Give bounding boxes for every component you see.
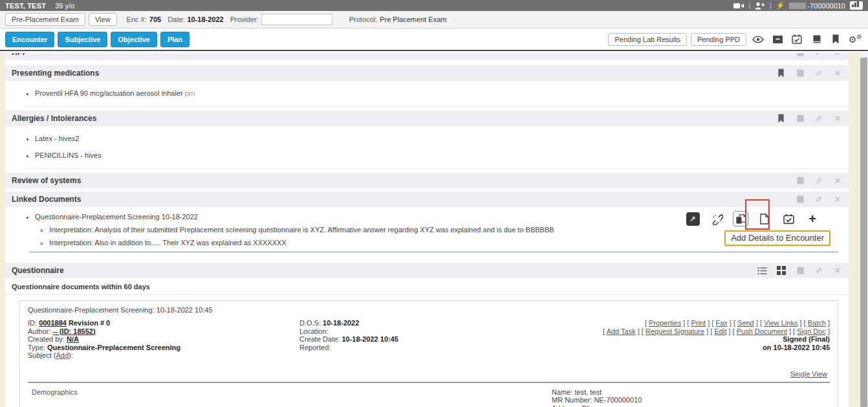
tab-objective[interactable]: Objective	[111, 32, 157, 47]
bookmark-icon[interactable]	[776, 114, 786, 124]
settings-gears-icon[interactable]: ⚙⚙	[847, 32, 863, 47]
provider-input[interactable]	[261, 14, 332, 25]
date-label: Date:	[168, 16, 184, 23]
section-title: Presenting medications	[12, 69, 99, 78]
document-meta-left: ID: 0001884 Revision # 0 Author: -- (ID:…	[28, 319, 299, 360]
add-person-icon[interactable]	[755, 2, 765, 10]
tooltip-add-details: Add Details to Encounter	[724, 230, 830, 246]
patient-age: 39 y/o	[55, 2, 74, 10]
edit-pencil-icon[interactable]: ✎	[814, 53, 823, 58]
calendar-check-icon[interactable]	[781, 211, 796, 226]
batch-link[interactable]: Batch	[808, 319, 826, 327]
pending-lab-results-button[interactable]: Pending Lab Results	[608, 33, 687, 46]
edit-pencil-icon[interactable]: ✎	[814, 114, 823, 124]
grid-view-icon[interactable]	[776, 266, 786, 276]
archive-box-icon[interactable]	[770, 32, 785, 47]
section-title-hpi: HPI	[12, 53, 25, 57]
eye-icon[interactable]	[750, 32, 766, 47]
calendar-check-icon[interactable]	[789, 32, 805, 47]
medication-item: Proventil HFA 90 mcg/actuation aerosol i…	[35, 89, 849, 97]
edit-link[interactable]: Edit	[714, 327, 726, 335]
view-links-link[interactable]: View Links	[764, 319, 797, 327]
demographics-label: Demographics	[32, 388, 78, 407]
demo-mr-number: MR Number: NE-700000010	[552, 396, 830, 404]
created-by-link[interactable]: N/A	[67, 335, 79, 343]
properties-link[interactable]: Properties	[649, 319, 681, 327]
unlink-document-icon[interactable]	[709, 211, 724, 226]
view-button[interactable]: View	[89, 13, 117, 26]
list-view-icon[interactable]	[757, 266, 767, 276]
growth-chart-icon[interactable]	[850, 1, 863, 10]
enc-number-value: 705	[149, 16, 161, 23]
edit-pencil-icon[interactable]: ✎	[814, 176, 823, 186]
remove-section-icon[interactable]: ×	[832, 176, 842, 186]
vertical-scrollbar[interactable]	[860, 52, 868, 407]
section-title: Allergies / Intolerances	[12, 114, 96, 123]
bookmark-icon[interactable]	[776, 69, 786, 78]
subject-add-link[interactable]: Add	[56, 351, 69, 359]
remove-section-icon[interactable]: ×	[832, 195, 842, 204]
questionnaire-document-panel: Questionnaire-Preplacement Screening: 10…	[19, 300, 838, 407]
section-presenting-medications: Presenting medications ✎ × Proventil HFA…	[5, 65, 849, 107]
video-camera-icon[interactable]	[733, 2, 744, 10]
redacted-mrn-prefix	[789, 3, 806, 9]
merge-book-icon[interactable]	[795, 195, 805, 204]
allergy-item: PENICILLINS - hives	[35, 151, 849, 159]
remove-section-icon[interactable]: ×	[832, 69, 842, 78]
allergy-item: Latex - hives2	[35, 135, 849, 142]
demo-name: Name: test, test	[552, 388, 830, 397]
tab-plan[interactable]: Plan	[160, 32, 190, 47]
signed-date: on 10-18-2022 10:45	[603, 344, 830, 352]
section-linked-documents: Linked Documents ✎ × Questionnaire-Prepl…	[5, 192, 849, 252]
fax-link[interactable]: Fax	[715, 319, 727, 327]
merge-book-icon[interactable]	[795, 114, 805, 124]
push-document-link[interactable]: Push Document	[737, 327, 787, 335]
scrollbar-thumb[interactable]	[860, 58, 867, 407]
document-title: Questionnaire-Preplacement Screening: 10…	[28, 306, 830, 314]
patient-header-bar: TEST, TEST 39 y/o | | ⚡ -700000010	[0, 0, 868, 11]
document-meta-middle: D.O.S: 10-18-2022 Location: Create Date:…	[299, 319, 545, 360]
single-view-link[interactable]: Single View	[790, 370, 827, 378]
merge-book-icon[interactable]	[795, 53, 805, 58]
remove-section-icon[interactable]: ×	[832, 266, 842, 276]
section-questionnaire: Questionnaire ✎ × Questionnaire document…	[5, 263, 849, 407]
merge-book-icon[interactable]	[795, 266, 805, 276]
separator: |	[770, 2, 772, 9]
questionnaire-subtitle: Questionnaire documents within 60 days	[5, 278, 849, 295]
lightning-icon[interactable]: ⚡	[776, 1, 785, 10]
progress-note: HPI ✎ × Presenting medications ✎ ×	[5, 52, 849, 407]
medication-frequency: prn	[185, 89, 195, 97]
exam-type-button[interactable]: Pre-Placement Exam	[5, 13, 85, 26]
remove-section-icon[interactable]: ×	[832, 53, 842, 58]
merge-book-icon[interactable]	[795, 176, 805, 186]
request-signature-link[interactable]: Request Signature	[646, 327, 704, 335]
section-review-of-systems: Review of systems ✎ ×	[5, 173, 849, 192]
document-id-link[interactable]: 0001884	[39, 319, 67, 327]
tab-encounter[interactable]: Encounter	[5, 32, 54, 47]
edit-pencil-icon[interactable]: ✎	[814, 69, 823, 78]
pending-ppd-button[interactable]: Pending PPD	[691, 33, 746, 46]
add-task-link[interactable]: Add Task	[607, 327, 636, 335]
protocol-value: Pre Placement Exam	[380, 16, 446, 23]
demographics-block: Demographics Name: test, test MR Number:…	[28, 383, 830, 407]
book-icon[interactable]	[808, 32, 824, 47]
tab-subjective[interactable]: Subjective	[58, 32, 107, 47]
section-title: Review of systems	[12, 176, 81, 185]
add-icon[interactable]: +	[805, 211, 820, 226]
sign-doc-link[interactable]: Sign Doc	[797, 327, 826, 335]
annotation-red-rectangle	[745, 199, 770, 230]
section-allergies: Allergies / Intolerances ✎ × Latex - hiv…	[5, 111, 849, 169]
edit-pencil-icon[interactable]: ✎	[814, 195, 823, 204]
encounter-info-bar: Pre-Placement Exam View Enc #: 705 Date:…	[0, 11, 868, 28]
author-link[interactable]: -- (ID: 18552)	[53, 327, 96, 335]
bookmark-icon[interactable]	[828, 32, 843, 47]
merge-book-icon[interactable]	[795, 69, 805, 78]
remove-section-icon[interactable]: ×	[832, 114, 842, 124]
print-link[interactable]: Print	[691, 319, 706, 327]
encounter-toolbar: Encounter Subjective Objective Plan Pend…	[0, 28, 868, 51]
send-link[interactable]: Send	[737, 319, 754, 327]
edit-pencil-icon[interactable]: ✎	[814, 266, 823, 276]
section-hpi-clipped: HPI ✎ ×	[5, 53, 849, 62]
export-document-icon[interactable]: ➚	[685, 211, 700, 226]
note-background: HPI ✎ × Presenting medications ✎ ×	[0, 52, 868, 407]
